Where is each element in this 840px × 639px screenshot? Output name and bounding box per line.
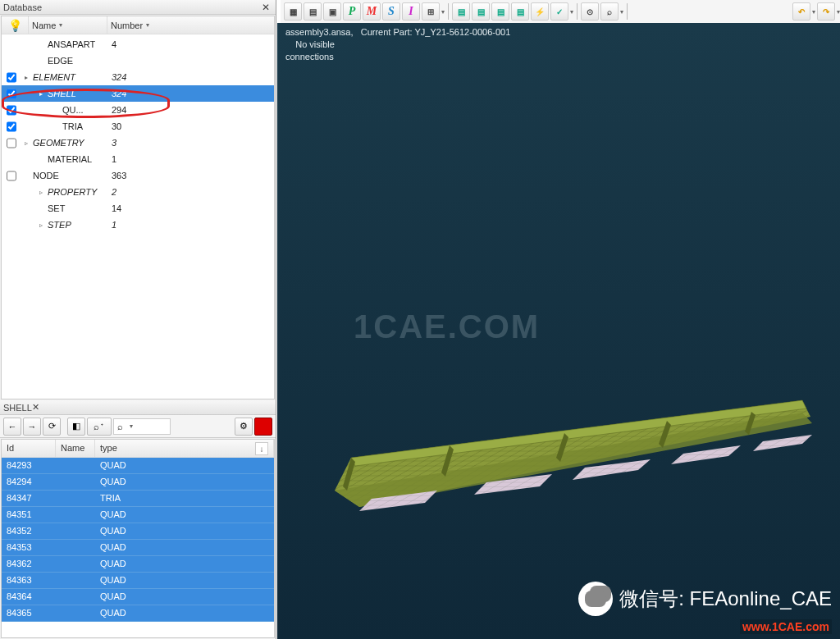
svg-marker-9 [753, 435, 812, 451]
tree-row-set[interactable]: SET14 [2, 200, 274, 217]
tool-doc-icon[interactable]: ▤ [304, 2, 322, 21]
tool-undo-icon[interactable]: ↶ [792, 2, 810, 21]
tree-row-ansapart[interactable]: ANSAPART4 [2, 36, 274, 52]
tree-row-shell[interactable]: ▸SHELL324 [2, 85, 274, 102]
tree-row-tria[interactable]: TRIA30 [2, 118, 274, 135]
col-name[interactable]: Name [56, 440, 95, 457]
watermark: 1CAE.COM [354, 308, 540, 345]
shell-title: SHELL [3, 403, 32, 413]
bulb-icon[interactable]: 💡 [2, 19, 28, 32]
tool-m-button[interactable]: M [363, 2, 381, 21]
tree-header: 💡 Name▾ Number▾ [2, 16, 274, 34]
tree-row-qu...[interactable]: QU...294 [2, 102, 274, 118]
col-type[interactable]: type↓ [95, 440, 274, 457]
tool-i-button[interactable]: I [402, 2, 420, 21]
tool-zoom-fit-icon[interactable]: ⊙ [581, 2, 599, 21]
visibility-checkbox[interactable] [7, 72, 16, 83]
tree-row-step[interactable]: ▹STEP1 [2, 217, 274, 233]
wechat-badge: 微信号: FEAonline_CAE [578, 582, 832, 616]
col-id[interactable]: Id [2, 440, 56, 457]
tool-p-button[interactable]: P [343, 2, 361, 21]
forward-icon[interactable]: → [23, 418, 41, 436]
tool-page-icon[interactable]: ▣ [323, 2, 341, 21]
tree-row-property[interactable]: ▹PROPERTY2 [2, 184, 274, 200]
shell-panel-header: SHELL ✕ [0, 400, 276, 415]
left-panel: Database ✕ 💡 Name▾ Number▾ ANSAPART4EDGE… [0, 0, 276, 639]
tool-grid-icon[interactable]: ▦ [284, 2, 302, 21]
visibility-checkbox[interactable] [7, 89, 16, 99]
record-icon[interactable] [254, 418, 272, 436]
chevron-down-icon[interactable]: ▾ [837, 8, 840, 16]
database-tree: 💡 Name▾ Number▾ ANSAPART4EDGE▸ELEMENT324… [1, 16, 275, 399]
tree-row-edge[interactable]: EDGE [2, 52, 274, 69]
wechat-label: 微信号: FEAonline_CAE [619, 586, 832, 612]
chevron-down-icon[interactable]: ▾ [812, 8, 815, 16]
tool-redo-icon[interactable]: ↷ [817, 2, 835, 21]
search-input[interactable]: ⌕▾ [113, 418, 171, 435]
download-icon[interactable]: ↓ [255, 442, 268, 455]
list-row[interactable]: 84353QUAD [2, 540, 274, 556]
tree-row-material[interactable]: MATERIAL1 [2, 151, 274, 167]
list-row[interactable]: 84364QUAD [2, 589, 274, 605]
tree-body[interactable]: ANSAPART4EDGE▸ELEMENT324▸SHELL324QU...29… [2, 34, 274, 399]
tree-row-element[interactable]: ▸ELEMENT324 [2, 69, 274, 85]
tree-col-number[interactable]: Number▾ [107, 16, 158, 34]
tool-sheet2-icon[interactable]: ▤ [472, 2, 490, 21]
tool-s-button[interactable]: S [382, 2, 400, 21]
shell-list: Id Name type↓ 84293QUAD84294QUAD84347TRI… [1, 439, 275, 638]
database-title: Database [3, 2, 42, 12]
refresh-icon[interactable]: ⟳ [43, 418, 61, 436]
tool-sheet3-icon[interactable]: ▤ [491, 2, 509, 21]
list-row[interactable]: 84294QUAD [2, 474, 274, 491]
chevron-down-icon[interactable]: ▾ [570, 8, 573, 16]
tree-col-name[interactable]: Name▾ [28, 16, 107, 34]
svg-marker-8 [671, 445, 741, 464]
source-url: www.1CAE.com [740, 619, 832, 634]
fem-mesh [310, 367, 819, 523]
visibility-checkbox[interactable] [7, 171, 16, 181]
wechat-icon [578, 582, 613, 616]
database-panel-header: Database ✕ [0, 0, 276, 15]
tree-row-geometry[interactable]: ▹GEOMETRY3 [2, 135, 274, 151]
list-row[interactable]: 84365QUAD [2, 605, 274, 622]
visibility-checkbox[interactable] [7, 105, 16, 116]
tree-row-node[interactable]: NODE363 [2, 167, 274, 184]
tool-plug-icon[interactable]: ⚡ [531, 2, 549, 21]
chevron-down-icon[interactable]: ▾ [620, 8, 623, 16]
list-body[interactable]: 84293QUAD84294QUAD84347TRIA84351QUAD8435… [2, 458, 274, 637]
main-toolbar: ▦ ▤ ▣ P M S I ⊞ ▾ ▤ ▤ ▤ ▤ ⚡ ✓ ▾ ⊙ ⌕ ▾ ↶ … [281, 0, 840, 23]
list-row[interactable]: 84293QUAD [2, 458, 274, 474]
list-toolbar: ← → ⟳ ◧ ⌕⁺ ⌕▾ ⚙ [0, 415, 276, 438]
erase-icon[interactable]: ◧ [67, 418, 85, 436]
list-header: Id Name type↓ [2, 440, 274, 458]
tool-zoom-icon[interactable]: ⌕ [600, 2, 619, 21]
list-row[interactable]: 84362QUAD [2, 556, 274, 573]
close-icon[interactable]: ✕ [32, 402, 39, 413]
list-row[interactable]: 84347TRIA [2, 491, 274, 507]
viewport-3d[interactable]: assembly3.ansa, Current Part: YJ_Y21-561… [277, 23, 840, 639]
tool-layout-icon[interactable]: ⊞ [422, 2, 440, 21]
chevron-down-icon[interactable]: ▾ [441, 8, 445, 16]
close-icon[interactable]: ✕ [262, 2, 273, 13]
tool-sheet4-icon[interactable]: ▤ [511, 2, 529, 21]
tool-sheet1-icon[interactable]: ▤ [452, 2, 470, 21]
viewport-status-text: assembly3.ansa, Current Part: YJ_Y21-561… [285, 26, 510, 63]
gear-icon[interactable]: ⚙ [235, 418, 253, 436]
zoom-plus-icon[interactable]: ⌕⁺ [87, 418, 112, 436]
back-icon[interactable]: ← [3, 418, 21, 436]
list-row[interactable]: 84363QUAD [2, 573, 274, 589]
list-row[interactable]: 84351QUAD [2, 507, 274, 523]
visibility-checkbox[interactable] [7, 121, 16, 132]
list-row[interactable]: 84352QUAD [2, 523, 274, 540]
visibility-checkbox[interactable] [7, 138, 16, 148]
tool-check-icon[interactable]: ✓ [550, 2, 568, 21]
